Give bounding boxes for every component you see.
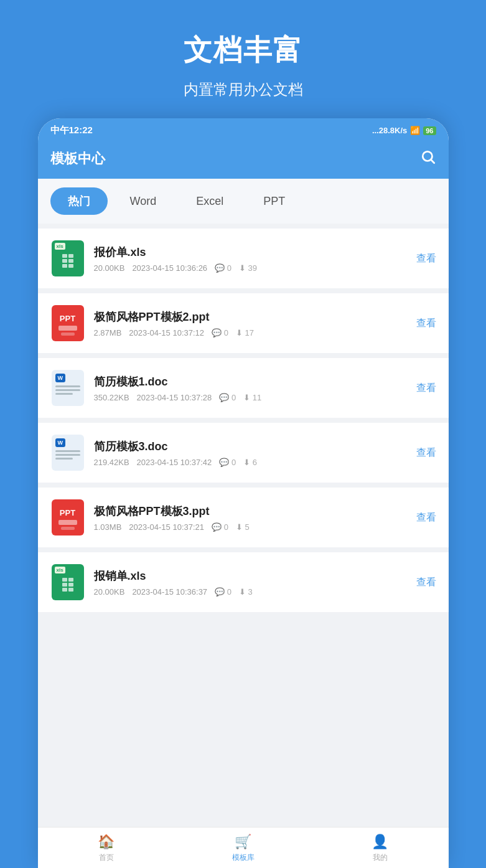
nav-home[interactable]: 🏠 首页 <box>38 834 175 863</box>
file-list: 报价单.xls 20.00KB 2023-04-15 10:36:26 💬 0 … <box>38 224 449 827</box>
hero-section: 文档丰富 内置常用办公文档 <box>0 0 486 118</box>
download-count: ⬇ 11 <box>243 393 261 402</box>
file-info: 极简风格PPT模板3.ppt 1.03MB 2023-04-15 10:37:2… <box>94 504 408 532</box>
file-size: 20.00KB <box>94 263 125 273</box>
file-meta: 20.00KB 2023-04-15 10:36:26 💬 0 ⬇ 39 <box>94 263 408 273</box>
download-count: ⬇ 3 <box>239 587 253 597</box>
mine-icon: 👤 <box>372 834 388 850</box>
file-info: 报销单.xls 20.00KB 2023-04-15 10:36:37 💬 0 … <box>94 568 408 597</box>
file-icon-ppt: PPT <box>50 304 85 342</box>
comment-count: 💬 0 <box>212 522 228 532</box>
file-name: 报销单.xls <box>94 568 408 583</box>
header-title: 模板中心 <box>50 149 105 168</box>
status-bar: 中午12:22 ...28.8K/s 📶 96 <box>38 118 449 141</box>
list-item: W 简历模板1.doc 350.22KB 2023-04-15 10:37:28… <box>38 358 449 418</box>
download-count: ⬇ 39 <box>239 263 257 273</box>
status-network: ...28.8K/s <box>372 126 407 135</box>
nav-mine[interactable]: 👤 我的 <box>312 834 449 863</box>
nav-mine-label: 我的 <box>373 852 388 863</box>
file-date: 2023-04-15 10:36:37 <box>132 587 207 597</box>
tab-hot[interactable]: 热门 <box>50 187 108 215</box>
file-date: 2023-04-15 10:37:12 <box>129 328 204 337</box>
hero-title: 文档丰富 <box>12 31 474 70</box>
file-info: 报价单.xls 20.00KB 2023-04-15 10:36:26 💬 0 … <box>94 245 408 273</box>
file-meta: 1.03MB 2023-04-15 10:37:21 💬 0 ⬇ 5 <box>94 522 408 532</box>
view-button[interactable]: 查看 <box>416 446 436 460</box>
file-info: 极简风格PPT模板2.ppt 2.87MB 2023-04-15 10:37:1… <box>94 309 408 337</box>
comment-count: 💬 0 <box>215 263 231 273</box>
nav-templates-label: 模板库 <box>232 852 255 863</box>
hero-subtitle: 内置常用办公文档 <box>12 80 474 100</box>
comment-count: 💬 0 <box>219 458 236 467</box>
file-icon-xls <box>50 564 85 601</box>
file-date: 2023-04-15 10:36:26 <box>132 263 207 273</box>
view-button[interactable]: 查看 <box>416 382 436 395</box>
download-count: ⬇ 17 <box>236 328 254 337</box>
file-date: 2023-04-15 10:37:21 <box>129 522 204 532</box>
status-signal-icon: 📶 <box>410 126 420 135</box>
file-meta: 350.22KB 2023-04-15 10:37:28 💬 0 ⬇ 11 <box>94 393 408 402</box>
app-header: 模板中心 <box>38 141 449 179</box>
view-button[interactable]: 查看 <box>416 317 436 330</box>
file-date: 2023-04-15 10:37:28 <box>137 393 212 402</box>
comment-count: 💬 0 <box>212 328 228 337</box>
tab-excel[interactable]: Excel <box>179 187 241 215</box>
file-icon-ppt: PPT <box>50 499 85 536</box>
file-meta: 20.00KB 2023-04-15 10:36:37 💬 0 ⬇ 3 <box>94 587 408 597</box>
file-name: 极简风格PPT模板2.ppt <box>94 309 408 324</box>
file-size: 350.22KB <box>94 393 129 402</box>
file-size: 2.87MB <box>94 328 122 337</box>
nav-home-label: 首页 <box>99 852 114 863</box>
tabs-section: 热门 Word Excel PPT <box>38 179 449 224</box>
file-info: 简历模板3.doc 219.42KB 2023-04-15 10:37:42 💬… <box>94 439 408 467</box>
comment-count: 💬 0 <box>219 393 236 402</box>
file-meta: 2.87MB 2023-04-15 10:37:12 💬 0 ⬇ 17 <box>94 328 408 337</box>
nav-templates[interactable]: 🛒 模板库 <box>175 834 312 863</box>
list-item: PPT 极简风格PPT模板2.ppt 2.87MB 2023-04-15 10:… <box>38 293 449 353</box>
view-button[interactable]: 查看 <box>416 576 436 589</box>
view-button[interactable]: 查看 <box>416 511 436 524</box>
download-count: ⬇ 5 <box>236 522 250 532</box>
file-date: 2023-04-15 10:37:42 <box>137 458 212 467</box>
file-icon-doc: W <box>50 434 85 471</box>
file-size: 219.42KB <box>94 458 129 467</box>
search-button[interactable] <box>420 149 436 169</box>
list-item: W 简历模板3.doc 219.42KB 2023-04-15 10:37:42… <box>38 423 449 483</box>
file-meta: 219.42KB 2023-04-15 10:37:42 💬 0 ⬇ 6 <box>94 458 408 467</box>
file-icon-doc: W <box>50 369 85 407</box>
view-button[interactable]: 查看 <box>416 252 436 265</box>
battery-icon: 96 <box>423 126 436 135</box>
file-size: 1.03MB <box>94 522 122 532</box>
file-name: 简历模板1.doc <box>94 374 408 389</box>
templates-icon: 🛒 <box>235 834 251 850</box>
list-item: PPT 极简风格PPT模板3.ppt 1.03MB 2023-04-15 10:… <box>38 488 449 547</box>
file-name: 简历模板3.doc <box>94 439 408 454</box>
download-count: ⬇ 6 <box>243 458 257 467</box>
file-name: 报价单.xls <box>94 245 408 260</box>
file-name: 极简风格PPT模板3.ppt <box>94 504 408 519</box>
home-icon: 🏠 <box>98 834 114 850</box>
tab-word[interactable]: Word <box>113 187 174 215</box>
comment-count: 💬 0 <box>215 587 231 597</box>
file-size: 20.00KB <box>94 587 125 597</box>
file-icon-xls <box>50 240 85 277</box>
status-right: ...28.8K/s 📶 96 <box>372 126 436 135</box>
file-info: 简历模板1.doc 350.22KB 2023-04-15 10:37:28 💬… <box>94 374 408 402</box>
bottom-nav: 🏠 首页 🛒 模板库 👤 我的 <box>38 827 449 868</box>
phone-frame: 中午12:22 ...28.8K/s 📶 96 模板中心 热门 Word Exc… <box>38 118 449 868</box>
list-item: 报价单.xls 20.00KB 2023-04-15 10:36:26 💬 0 … <box>38 229 449 288</box>
svg-line-1 <box>431 160 434 163</box>
status-time: 中午12:22 <box>50 125 93 136</box>
list-item: 报销单.xls 20.00KB 2023-04-15 10:36:37 💬 0 … <box>38 552 449 612</box>
tab-ppt[interactable]: PPT <box>246 187 302 215</box>
